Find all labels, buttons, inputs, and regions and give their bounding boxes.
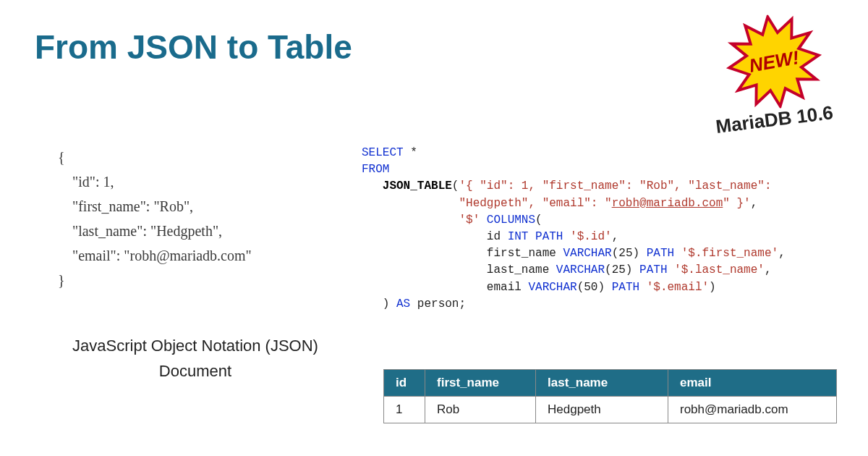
col-last-name: last_name [536, 370, 668, 397]
json-line: "email": "robh@mariadb.com" [58, 243, 333, 268]
sql-code: SELECT * FROM JSON_TABLE('{ "id": 1, "fi… [362, 145, 839, 313]
sql-line: SELECT * [362, 145, 839, 161]
cell: 1 [384, 397, 425, 423]
cell: robh@mariadb.com [668, 397, 837, 423]
new-badge-text: NEW! [716, 7, 832, 117]
col-id: id [384, 370, 425, 397]
sql-line: ) AS person; [362, 296, 839, 313]
col-first-name: first_name [425, 370, 536, 397]
json-line: { [58, 145, 333, 169]
slide: From JSON to Table NEW! MariaDB 10.6 { "… [0, 0, 868, 456]
table-row: id first_name last_name email [384, 370, 837, 397]
new-badge: NEW! [718, 8, 831, 115]
sql-line: "Hedgpeth", "email": "robh@mariadb.com" … [362, 195, 839, 212]
sql-line: email VARCHAR(50) PATH '$.email') [362, 279, 839, 296]
sql-line: '$' COLUMNS( [362, 212, 839, 229]
sql-line: id INT PATH '$.id', [362, 229, 839, 245]
cell: Rob [425, 397, 536, 423]
table-body: 1 Rob Hedgpeth robh@mariadb.com [384, 397, 837, 423]
caption-line: JavaScript Object Notation (JSON) [58, 333, 333, 358]
caption-line: Document [58, 358, 333, 384]
sql-line: JSON_TABLE('{ "id": 1, "first_name": "Ro… [362, 178, 839, 195]
result-table: id first_name last_name email 1 Rob Hedg… [383, 369, 837, 423]
sql-line: last_name VARCHAR(25) PATH '$.last_name'… [362, 262, 839, 279]
table-header: id first_name last_name email [384, 370, 837, 397]
col-email: email [668, 370, 837, 397]
json-caption: JavaScript Object Notation (JSON) Docume… [58, 333, 333, 384]
page-title: From JSON to Table [35, 28, 352, 67]
cell: Hedgpeth [536, 397, 668, 423]
sql-line: first_name VARCHAR(25) PATH '$.first_nam… [362, 245, 839, 262]
json-line: "id": 1, [58, 169, 333, 194]
table-row: 1 Rob Hedgpeth robh@mariadb.com [384, 397, 837, 423]
json-line: "last_name": "Hedgpeth", [58, 219, 333, 243]
json-document: { "id": 1, "first_name": "Rob", "last_na… [58, 145, 333, 292]
json-line: "first_name": "Rob", [58, 194, 333, 219]
sql-line: FROM [362, 161, 839, 178]
json-line: } [58, 268, 333, 292]
